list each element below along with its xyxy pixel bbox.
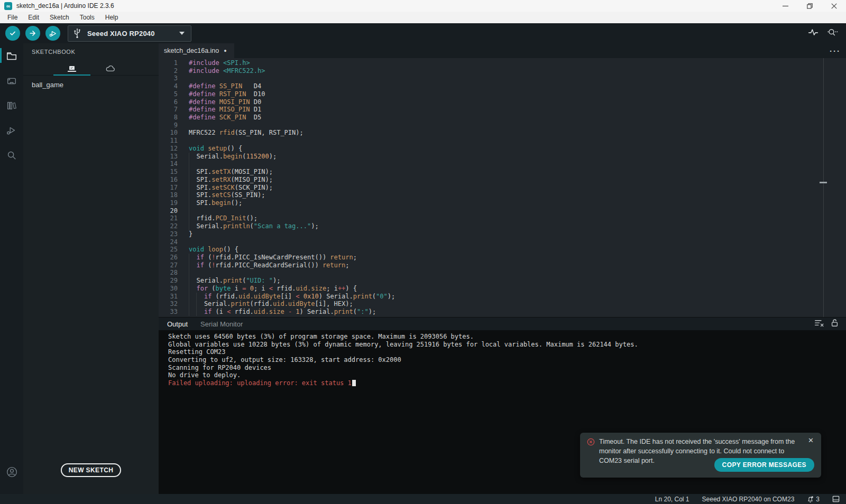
code-editor[interactable]: 1#include <SPI.h>2#include <MFRC522.h>3 …	[159, 58, 846, 317]
code-line: 27 if (!rfid.PICC_ReadCardSerial()) retu…	[159, 262, 846, 269]
account-icon[interactable]	[0, 466, 23, 478]
close-button[interactable]	[822, 0, 846, 12]
code-line: 32 Serial.print(rfid.uid.uidByte[i], HEX…	[159, 300, 846, 308]
sidebar-item-debug[interactable]	[0, 118, 23, 143]
arduino-ide-window: ∞ sketch_dec16a | Arduino IDE 2.3.6 File…	[0, 0, 846, 504]
code-line: 1#include <SPI.h>	[159, 59, 846, 67]
code-line: 11	[159, 137, 846, 145]
code-line: 31 if (rfid.uid.uidByte[i] < 0x10) Seria…	[159, 293, 846, 301]
debug-button[interactable]	[45, 26, 60, 41]
code-line: 12void setup() {	[159, 145, 846, 153]
toggle-panel-icon[interactable]	[832, 496, 840, 502]
activity-bar	[0, 43, 23, 494]
code-line: 20	[159, 207, 846, 215]
status-bar: Ln 20, Col 1 Seeed XIAO RP2040 on COM23 …	[0, 494, 846, 504]
menu-item-file[interactable]: File	[2, 13, 23, 22]
menu-item-sketch[interactable]: Sketch	[44, 13, 75, 22]
toolbar: Seeed XIAO RP2040	[0, 23, 846, 43]
output-line: Global variables use 10228 bytes (3%) of…	[168, 341, 846, 349]
tab-serial-monitor[interactable]: Serial Monitor	[196, 320, 247, 328]
output-panel-header: Output Serial Monitor	[159, 317, 846, 330]
sketchbook-panel: SKETCHBOOK ball_game NEW SKETCH	[23, 43, 159, 494]
lock-scroll-icon[interactable]	[831, 319, 839, 329]
editor-tab-bar: sketch_dec16a.ino ● ···	[159, 43, 846, 58]
new-sketch-button[interactable]: NEW SKETCH	[61, 463, 121, 477]
notifications-bell[interactable]: 3	[807, 496, 820, 503]
sidebar-item-boards-manager[interactable]	[0, 68, 23, 93]
code-line: 17 SPI.setSCK(SCK_PIN);	[159, 184, 846, 192]
code-line: 30 for (byte i = 0; i < rfid.uid.size; i…	[159, 285, 846, 293]
code-line: 14	[159, 160, 846, 168]
menu-item-help[interactable]: Help	[100, 13, 124, 22]
serial-monitor-icon[interactable]	[827, 27, 839, 39]
verify-button[interactable]	[5, 26, 20, 41]
tab-output[interactable]: Output	[163, 320, 192, 328]
code-line: 5#define RST_PIN D10	[159, 90, 846, 98]
code-line: 19 SPI.begin();	[159, 199, 846, 207]
tab-sketch-file[interactable]: sketch_dec16a.ino ●	[159, 43, 234, 58]
cursor-position[interactable]: Ln 20, Col 1	[655, 496, 689, 503]
error-icon	[587, 438, 595, 448]
sidebar-item-sketchbook[interactable]	[0, 43, 23, 68]
notification-count: 3	[816, 496, 820, 503]
code-line: 25void loop() {	[159, 246, 846, 254]
sidebar-item-search[interactable]	[0, 143, 23, 167]
board-selector-label: Seeed XIAO RP2040	[87, 30, 155, 38]
output-line: Sketch uses 64560 bytes (3%) of program …	[168, 333, 846, 341]
sketchbook-header: SKETCHBOOK	[23, 43, 159, 55]
menu-item-tools[interactable]: Tools	[75, 13, 100, 22]
code-line: 2#include <MFRC522.h>	[159, 67, 846, 75]
tab-cloud-sketchbook[interactable]	[91, 62, 129, 75]
editor-scrollbar[interactable]	[823, 58, 824, 317]
output-line: Scanning for RP2040 devices	[168, 364, 846, 372]
code-line: 23}	[159, 230, 846, 238]
code-line: 33 if (i < rfid.uid.size - 1) Serial.pri…	[159, 308, 846, 316]
code-line: 26 if (!rfid.PICC_IsNewCardPresent()) re…	[159, 254, 846, 262]
code-line: 10MFRC522 rfid(SS_PIN, RST_PIN);	[159, 129, 846, 137]
board-selector[interactable]: Seeed XIAO RP2040	[68, 25, 191, 42]
output-line: No drive to deploy.	[168, 371, 846, 379]
notification-toast: Timeout. The IDE has not received the 's…	[580, 433, 821, 478]
window-title: sketch_dec16a | Arduino IDE 2.3.6	[16, 2, 114, 10]
code-line: 4#define SS_PIN D4	[159, 82, 846, 90]
chevron-down-icon	[179, 32, 185, 35]
code-line: 9	[159, 122, 846, 129]
output-line: Resetting COM23	[168, 348, 846, 356]
tab-filename: sketch_dec16a.ino	[164, 47, 219, 54]
output-line: Failed uploading: uploading error: exit …	[168, 379, 846, 387]
notification-close-icon[interactable]: ✕	[808, 436, 814, 444]
unsaved-dot-icon: ●	[224, 48, 226, 53]
code-line: 16 SPI.setRX(MISO_PIN);	[159, 176, 846, 184]
code-line: 29 Serial.print("UID: ");	[159, 277, 846, 285]
code-line: 6#define MOSI_PIN D0	[159, 98, 846, 106]
code-line: 22 Serial.println("Scan a tag...");	[159, 222, 846, 230]
terminal-cursor	[352, 380, 356, 386]
tab-local-sketchbook[interactable]	[53, 62, 91, 75]
code-line: 28	[159, 269, 846, 277]
code-line: 15 SPI.setTX(MOSI_PIN);	[159, 168, 846, 176]
sketchbook-tabs	[23, 62, 159, 76]
editor-scrollbar-marker	[820, 182, 827, 183]
usb-icon	[73, 28, 81, 39]
minimize-button[interactable]	[773, 0, 797, 12]
output-line: Converting to uf2, output size: 163328, …	[168, 356, 846, 364]
board-port-status[interactable]: Seeed XIAO RP2040 on COM23	[702, 496, 795, 503]
code-line: 13 Serial.begin(115200);	[159, 153, 846, 161]
menu-item-edit[interactable]: Edit	[23, 13, 44, 22]
arduino-logo-icon: ∞	[4, 2, 12, 10]
list-item-sketch[interactable]: ball_game	[23, 76, 159, 94]
sidebar-item-library-manager[interactable]	[0, 93, 23, 118]
copy-error-messages-button[interactable]: COPY ERROR MESSAGES	[714, 458, 814, 472]
restore-button[interactable]	[797, 0, 822, 12]
serial-plotter-icon[interactable]	[808, 27, 819, 39]
code-line: 7#define MISO_PIN D1	[159, 106, 846, 114]
code-line: 18 SPI.setCS(SS_PIN);	[159, 191, 846, 199]
code-line: 24	[159, 238, 846, 246]
title-bar: ∞ sketch_dec16a | Arduino IDE 2.3.6	[0, 0, 846, 12]
editor-more-actions-icon[interactable]: ···	[830, 43, 841, 58]
upload-button[interactable]	[25, 26, 40, 41]
code-line: 3	[159, 74, 846, 82]
code-line: 8#define SCK_PIN D5	[159, 114, 846, 122]
clear-output-icon[interactable]	[814, 319, 824, 329]
menu-bar: FileEditSketchToolsHelp	[0, 12, 846, 23]
